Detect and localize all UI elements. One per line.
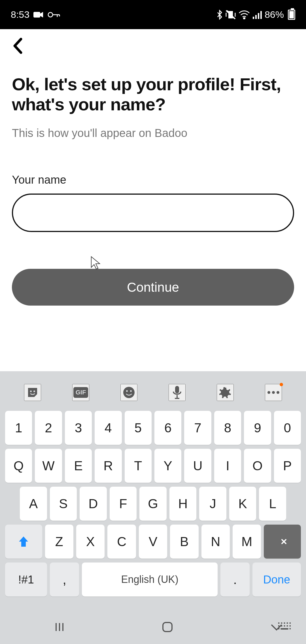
svg-point-33	[281, 625, 282, 627]
key-icon	[48, 11, 60, 18]
key-6[interactable]: 6	[154, 411, 181, 445]
key-k[interactable]: K	[229, 487, 256, 521]
key-0[interactable]: 0	[274, 411, 301, 445]
keyboard-collapse-icon[interactable]	[277, 622, 291, 632]
key-c[interactable]: C	[107, 525, 136, 559]
svg-point-13	[123, 387, 135, 398]
shift-key[interactable]	[5, 525, 42, 559]
key-x[interactable]: X	[76, 525, 105, 559]
emoji-icon[interactable]	[120, 384, 137, 401]
key-s[interactable]: S	[50, 487, 77, 521]
svg-point-35	[287, 625, 288, 627]
shift-arrow-icon	[18, 535, 29, 548]
period-key[interactable]: .	[220, 563, 250, 596]
key-n[interactable]: N	[201, 525, 230, 559]
svg-point-22	[277, 391, 279, 394]
svg-point-31	[290, 622, 291, 624]
keyboard-row-bottom: ZXCVBNM	[5, 525, 301, 559]
status-bar: 8:53 86%	[0, 0, 306, 29]
signal-icon	[253, 10, 262, 19]
backspace-icon	[275, 536, 290, 547]
svg-rect-10	[260, 11, 262, 19]
svg-point-1	[48, 12, 53, 17]
recents-button[interactable]	[54, 621, 65, 633]
on-screen-keyboard: GIF 1234567890 QWERTYUIOP ASDFGHJKL	[0, 371, 306, 644]
comma-key[interactable]: ,	[50, 563, 79, 596]
key-d[interactable]: D	[80, 487, 107, 521]
gif-icon[interactable]: GIF	[72, 384, 89, 401]
key-w[interactable]: W	[35, 449, 62, 483]
svg-point-36	[290, 625, 291, 627]
status-time: 8:53	[11, 9, 29, 20]
key-h[interactable]: H	[169, 487, 197, 521]
key-i[interactable]: I	[214, 449, 241, 483]
done-key[interactable]: Done	[252, 563, 301, 596]
wifi-icon	[239, 10, 250, 19]
key-e[interactable]: E	[65, 449, 92, 483]
key-l[interactable]: L	[259, 487, 286, 521]
key-f[interactable]: F	[110, 487, 137, 521]
key-1[interactable]: 1	[5, 411, 32, 445]
key-g[interactable]: G	[139, 487, 167, 521]
svg-point-27	[278, 622, 280, 624]
keyboard-row-space: !#1 , English (UK) . Done	[5, 563, 301, 596]
camera-icon	[33, 11, 44, 19]
key-a[interactable]: A	[20, 487, 47, 521]
more-icon[interactable]	[265, 384, 282, 401]
svg-rect-7	[253, 17, 254, 19]
back-button[interactable]	[8, 35, 27, 58]
key-z[interactable]: Z	[45, 525, 73, 559]
key-3[interactable]: 3	[65, 411, 92, 445]
key-m[interactable]: M	[233, 525, 261, 559]
svg-rect-0	[33, 12, 40, 18]
key-t[interactable]: T	[125, 449, 152, 483]
continue-button[interactable]: Continue	[12, 269, 294, 306]
chevron-left-icon	[11, 37, 24, 54]
system-nav-bar	[0, 610, 306, 644]
home-button[interactable]	[161, 621, 174, 633]
svg-rect-9	[258, 13, 259, 19]
key-7[interactable]: 7	[184, 411, 211, 445]
key-4[interactable]: 4	[95, 411, 122, 445]
page-title: Ok, let's set up your profile! First, wh…	[12, 74, 294, 114]
keyboard-row-numbers: 1234567890	[5, 411, 301, 445]
sticker-icon[interactable]	[24, 384, 41, 401]
key-q[interactable]: Q	[5, 449, 32, 483]
key-b[interactable]: B	[170, 525, 198, 559]
svg-point-21	[272, 391, 275, 394]
key-p[interactable]: P	[274, 449, 301, 483]
svg-rect-26	[163, 622, 172, 632]
name-input[interactable]	[12, 194, 294, 232]
space-key[interactable]: English (UK)	[82, 563, 218, 596]
settings-icon[interactable]	[217, 384, 234, 401]
key-v[interactable]: V	[139, 525, 167, 559]
bluetooth-icon	[216, 10, 223, 20]
top-nav	[0, 29, 306, 63]
key-2[interactable]: 2	[35, 411, 62, 445]
symbols-key[interactable]: !#1	[5, 563, 47, 596]
svg-rect-8	[255, 15, 257, 19]
mouse-cursor-icon	[90, 256, 101, 271]
key-5[interactable]: 5	[125, 411, 152, 445]
key-8[interactable]: 8	[214, 411, 241, 445]
key-r[interactable]: R	[95, 449, 122, 483]
svg-point-6	[243, 18, 245, 19]
svg-point-32	[278, 625, 280, 627]
content-area: Ok, let's set up your profile! First, wh…	[0, 63, 306, 306]
svg-rect-38	[280, 628, 288, 630]
battery-icon	[288, 10, 295, 20]
key-j[interactable]: J	[199, 487, 226, 521]
backspace-key[interactable]	[264, 525, 301, 559]
key-9[interactable]: 9	[244, 411, 271, 445]
svg-point-29	[284, 622, 285, 624]
key-y[interactable]: Y	[154, 449, 181, 483]
key-u[interactable]: U	[184, 449, 211, 483]
svg-point-34	[284, 625, 285, 627]
svg-point-15	[130, 390, 132, 392]
svg-point-20	[267, 391, 270, 394]
svg-rect-16	[175, 386, 179, 393]
input-label: Your name	[12, 173, 294, 186]
key-o[interactable]: O	[244, 449, 271, 483]
battery-percent: 86%	[265, 9, 284, 20]
microphone-icon[interactable]	[169, 384, 186, 401]
